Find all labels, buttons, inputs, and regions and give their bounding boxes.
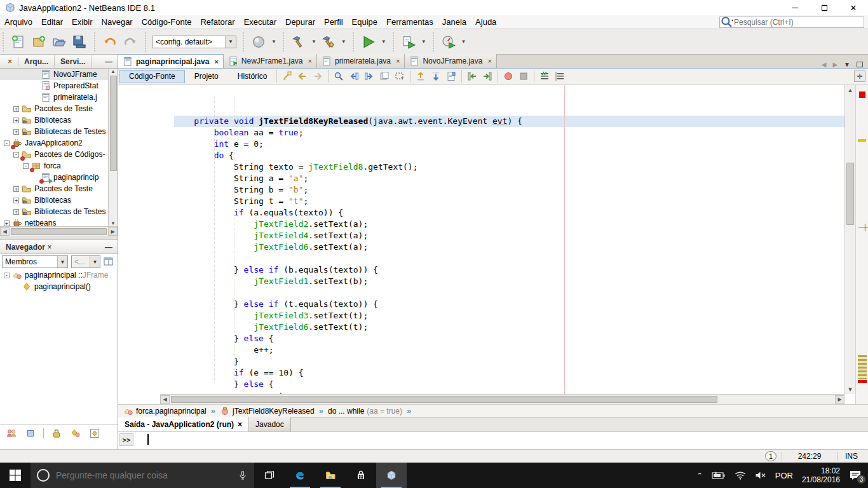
menu-equipe[interactable]: Equipe (348, 15, 382, 29)
code-line[interactable]: } else if (b.equals(texto)) { (174, 264, 844, 276)
error-stripe-error-mark[interactable] (859, 92, 865, 98)
tree-item[interactable]: +Bibliotecas (0, 194, 118, 206)
scroll-thumb[interactable] (171, 396, 717, 403)
forward-button[interactable] (311, 70, 324, 83)
tree-expander-icon[interactable]: + (13, 106, 19, 112)
tree-expander-icon[interactable]: + (13, 129, 19, 135)
console-prompt-button[interactable]: >> (119, 433, 133, 446)
tree-expander-icon[interactable]: - (4, 273, 10, 278)
menu-código-fonte[interactable]: Código-Fonte (137, 15, 196, 29)
menu-depurar[interactable]: Depurar (281, 15, 320, 29)
back-button[interactable] (296, 70, 309, 83)
menu-navegar[interactable]: Navegar (97, 15, 137, 29)
close-button[interactable]: ✕ (839, 0, 868, 15)
chevron-down-icon[interactable]: ▼ (271, 39, 276, 44)
tab-close-icon[interactable]: × (214, 58, 218, 65)
code-line[interactable]: int e = 0; (174, 139, 844, 150)
tree-expander-icon[interactable]: - (4, 140, 10, 146)
tree-expander-icon[interactable]: + (13, 118, 19, 123)
code-line[interactable]: jTextField4.setText(a); (174, 230, 844, 241)
projects-horizontal-scrollbar[interactable]: ◀ ▶ (0, 226, 118, 236)
battery-icon[interactable] (712, 471, 726, 480)
menu-executar[interactable]: Executar (240, 15, 281, 29)
menu-ferramentas[interactable]: Ferramentas (382, 15, 438, 29)
panel-close-button[interactable]: × (0, 57, 18, 66)
code-line[interactable] (174, 287, 844, 299)
menu-refatorar[interactable]: Refatorar (196, 15, 239, 29)
run-button[interactable] (360, 34, 377, 50)
prev-bookmark-button[interactable] (414, 70, 427, 83)
code-line[interactable]: private void jTextField8KeyReleased(java… (174, 116, 844, 127)
projects-vertical-scrollbar[interactable]: ▲ ▼ (108, 69, 118, 226)
code-line[interactable]: if (e == 10) { (174, 367, 844, 379)
split-editor-button[interactable]: ✛ (854, 71, 865, 82)
build-button[interactable] (290, 34, 307, 50)
chevron-down-icon[interactable]: ▼ (461, 39, 466, 44)
save-all-button[interactable] (71, 34, 88, 50)
tree-item[interactable]: -paginaprincipal :: JFrame (0, 269, 118, 281)
code-line[interactable] (174, 253, 844, 264)
tab-close-icon[interactable]: × (487, 57, 491, 65)
breadcrumb-item[interactable]: forca.paginaprincipal (123, 406, 207, 416)
volume-muted-icon[interactable] (755, 471, 766, 480)
tab-close-icon[interactable]: × (238, 420, 242, 429)
taskbar-store-button[interactable] (346, 463, 376, 488)
code-line[interactable]: jTextField2.setText(a); (174, 219, 844, 230)
code-line[interactable]: jTextField6.setText(a); (174, 241, 844, 253)
new-file-button[interactable] (10, 34, 27, 50)
last-edit-button[interactable] (281, 70, 294, 83)
tab-navigator[interactable]: Navegador × (0, 241, 57, 254)
language-indicator[interactable]: POR (775, 471, 793, 480)
code-line[interactable]: jTextField3.setText(t); (174, 310, 844, 322)
maximize-button[interactable] (810, 0, 839, 15)
comment-button[interactable] (538, 70, 551, 83)
non-public-members-button[interactable] (69, 427, 82, 440)
taskbar-explorer-button[interactable] (315, 463, 346, 488)
tree-item[interactable]: paginaprincip (0, 172, 118, 183)
code-line[interactable]: e++; (174, 344, 844, 356)
tree-item[interactable]: -Pacotes de Códigos- (0, 149, 118, 160)
code-line[interactable]: String a = "a"; (174, 173, 844, 184)
code-line[interactable]: String t = "t"; (174, 196, 844, 207)
navigator-close-button[interactable]: × (47, 243, 51, 252)
scroll-thumb[interactable] (110, 76, 117, 171)
tree-item[interactable]: +Bibliotecas de Testes (0, 126, 118, 137)
toggle-bookmark-button[interactable] (445, 70, 458, 83)
output-console[interactable]: >> (118, 432, 868, 449)
tree-expander-icon[interactable]: - (13, 152, 19, 158)
rect-selection-button[interactable] (393, 70, 406, 83)
taskbar-search-input[interactable] (56, 470, 231, 480)
scroll-thumb[interactable] (11, 228, 107, 235)
document-tab[interactable]: paginaprincipal.java× (118, 54, 224, 68)
view-design-button[interactable]: Projeto (185, 70, 228, 83)
members-filter-select[interactable]: Membros▼ (2, 255, 68, 268)
tree-item[interactable]: +Bibliotecas (0, 114, 118, 126)
config-select[interactable]: <config. default>▼ (153, 36, 236, 48)
scroll-thumb[interactable] (846, 163, 854, 225)
panel-minimize-button[interactable]: — (100, 57, 118, 66)
view-source-button[interactable]: Código-Fonte (119, 70, 185, 83)
breadcrumb-item[interactable]: do ... while (aa = true) (328, 407, 402, 416)
undo-button[interactable] (102, 34, 118, 50)
menu-janela[interactable]: Janela (438, 15, 471, 29)
debug-button[interactable] (400, 34, 417, 50)
profile-button[interactable] (440, 34, 457, 50)
menu-perfil[interactable]: Perfil (320, 15, 348, 29)
code-line[interactable]: do { (174, 150, 844, 161)
tray-expand-icon[interactable]: ⌃ (697, 471, 703, 480)
code-line[interactable]: } else { (174, 333, 844, 344)
scope-filter-select[interactable]: <...▼ (71, 255, 100, 268)
editor-horizontal-scrollbar[interactable]: ◀ ▶ (160, 394, 844, 404)
clock[interactable]: 18:02 21/08/2016 (802, 466, 840, 484)
code-line[interactable]: String b = "b"; (174, 184, 844, 196)
chevron-down-icon[interactable]: ▼ (341, 39, 346, 44)
output-tab[interactable]: Javadoc (249, 417, 291, 431)
find-button[interactable] (332, 70, 345, 83)
code-line[interactable]: if (a.equals(texto)) { (174, 207, 844, 219)
stop-macro-button[interactable] (517, 70, 530, 83)
microphone-icon[interactable] (238, 470, 248, 480)
tab-files[interactable]: Arqu... (18, 55, 55, 68)
navigator-minimize-button[interactable]: — (100, 243, 118, 252)
deploy-button[interactable] (250, 34, 267, 50)
menu-ajuda[interactable]: Ajuda (471, 15, 501, 29)
